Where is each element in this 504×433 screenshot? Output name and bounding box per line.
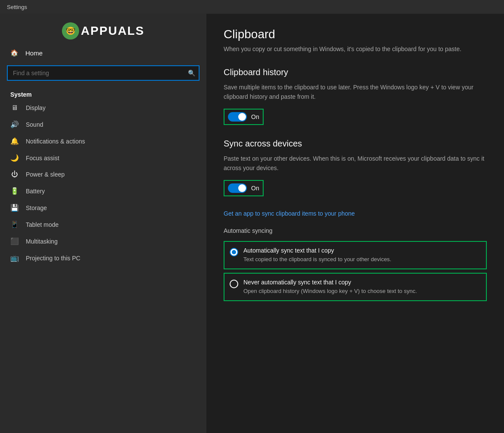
clipboard-history-toggle-label: On [251, 113, 259, 120]
search-icon: 🔍 [188, 70, 195, 76]
radio-never-sync-label: Never automatically sync text that I cop… [243, 279, 417, 286]
sidebar-item-multitasking[interactable]: ⬛ Multitasking [0, 233, 206, 250]
radio-group-sync: Automatically sync text that I copy Text… [224, 241, 487, 305]
notifications-icon: 🔔 [10, 137, 19, 145]
page-title: Clipboard [224, 27, 487, 41]
notifications-label: Notifications & actions [26, 138, 85, 145]
title-bar: Settings [0, 0, 504, 14]
tablet-mode-icon: 📱 [10, 220, 19, 229]
content-area: Clipboard When you copy or cut something… [206, 14, 504, 433]
storage-label: Storage [26, 204, 47, 211]
tablet-mode-label: Tablet mode [26, 221, 58, 228]
search-input[interactable] [7, 65, 200, 81]
storage-icon: 💾 [10, 204, 19, 212]
page-subtitle: When you copy or cut something in Window… [224, 45, 487, 54]
power-sleep-icon: ⏻ [10, 171, 19, 178]
search-wrapper: 🔍 [7, 65, 200, 81]
sync-devices-toggle-label: On [251, 185, 259, 192]
sync-devices-description: Paste text on your other devices. When t… [224, 154, 487, 173]
projecting-label: Projecting to this PC [26, 255, 80, 262]
main-layout: 🤓 APPUALS 🏠 Home 🔍 System 🖥 Display 🔊 So… [0, 14, 504, 433]
sound-label: Sound [26, 121, 43, 128]
sidebar-item-home[interactable]: 🏠 Home [0, 44, 206, 62]
home-label: Home [25, 49, 43, 57]
title-bar-label: Settings [7, 4, 27, 10]
sidebar-item-tablet-mode[interactable]: 📱 Tablet mode [0, 216, 206, 233]
focus-assist-icon: 🌙 [10, 154, 19, 162]
multitasking-label: Multitasking [26, 238, 58, 245]
sidebar-item-power-sleep[interactable]: ⏻ Power & sleep [0, 166, 206, 183]
display-icon: 🖥 [10, 104, 19, 112]
search-container: 🔍 [0, 62, 206, 88]
clipboard-history-toggle[interactable] [228, 112, 247, 122]
radio-never-sync-desc: Open clipboard history (Windows logo key… [243, 287, 417, 295]
clipboard-history-toggle-row: On [224, 109, 487, 125]
battery-label: Battery [26, 188, 45, 195]
power-sleep-label: Power & sleep [26, 171, 65, 178]
radio-option-never-sync[interactable]: Never automatically sync text that I cop… [224, 273, 487, 301]
automatic-syncing-title: Automatic syncing [224, 227, 487, 234]
sidebar-item-storage[interactable]: 💾 Storage [0, 199, 206, 216]
multitasking-icon: ⬛ [10, 237, 19, 245]
focus-assist-label: Focus assist [26, 155, 59, 162]
radio-option-auto-sync[interactable]: Automatically sync text that I copy Text… [224, 241, 487, 269]
display-label: Display [26, 104, 46, 111]
radio-auto-sync-label: Automatically sync text that I copy [243, 247, 391, 254]
sync-devices-toggle-container: On [224, 180, 264, 196]
logo-icon: 🤓 [62, 22, 79, 40]
sound-icon: 🔊 [10, 120, 19, 128]
sync-devices-toggle-row: On [224, 180, 487, 196]
radio-never-sync-content: Never automatically sync text that I cop… [243, 279, 417, 295]
radio-auto-sync-content: Automatically sync text that I copy Text… [243, 247, 391, 263]
battery-icon: 🔋 [10, 187, 19, 195]
sidebar-item-display[interactable]: 🖥 Display [0, 100, 206, 116]
clipboard-history-title: Clipboard history [224, 67, 487, 77]
sidebar-logo: 🤓 APPUALS [0, 14, 206, 44]
sidebar-item-notifications[interactable]: 🔔 Notifications & actions [0, 133, 206, 149]
sync-app-link[interactable]: Get an app to sync clipboard items to yo… [224, 210, 487, 217]
radio-never-sync-indicator [230, 280, 238, 288]
projecting-icon: 📺 [10, 254, 19, 262]
sidebar-item-battery[interactable]: 🔋 Battery [0, 183, 206, 199]
home-icon: 🏠 [10, 49, 18, 57]
sidebar: 🤓 APPUALS 🏠 Home 🔍 System 🖥 Display 🔊 So… [0, 14, 206, 433]
clipboard-history-description: Save multiple items to the clipboard to … [224, 82, 487, 102]
clipboard-history-toggle-container: On [224, 109, 264, 125]
radio-auto-sync-desc: Text copied to the clipboard is synced t… [243, 256, 391, 263]
radio-auto-sync-indicator [230, 248, 238, 256]
sidebar-item-sound[interactable]: 🔊 Sound [0, 116, 206, 133]
sidebar-item-focus-assist[interactable]: 🌙 Focus assist [0, 149, 206, 166]
logo-text: APPUALS [81, 24, 144, 38]
sync-devices-title: Sync across devices [224, 139, 487, 149]
sync-devices-toggle[interactable] [228, 183, 247, 193]
sidebar-item-projecting[interactable]: 📺 Projecting to this PC [0, 250, 206, 266]
system-label: System [0, 88, 206, 100]
